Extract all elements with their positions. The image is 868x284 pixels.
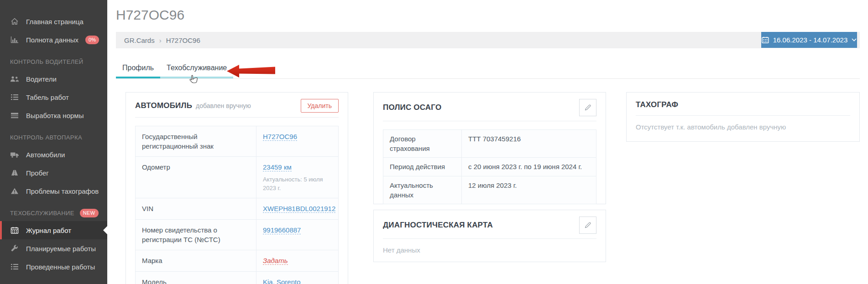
breadcrumb-root-link[interactable]: GR.Cards [124,36,155,44]
sidebar-section-fleet-control: КОНТРОЛЬ АВТОПАРКА [0,124,107,145]
row-label: Актуальность данных [383,176,462,204]
sidebar-section-drivers-control: КОНТРОЛЬ ВОДИТЕЛЕЙ [0,49,107,70]
odometer-note: Актуальность: 5 июля 2023 г. [263,176,332,193]
osago-card-title: ПОЛИС ОСАГО [383,103,441,112]
list-icon [10,93,19,101]
table-row: Модель Kia, Sorento (категория "B") [136,272,338,284]
tachograph-card: ТАХОГРАФ Отсутствует т.к. автомобиль доб… [626,92,860,142]
sidebar-item-label: Главная страница [26,18,84,26]
sidebar-item-work-journal[interactable]: Журнал работ [0,221,107,239]
new-badge: NEW [80,209,99,217]
row-label: Модель [136,272,256,284]
sidebar-section-label: КОНТРОЛЬ ВОДИТЕЛЕЙ [10,58,83,65]
row-label: Одометр [136,157,256,198]
calendar-small-icon [762,36,769,43]
delete-button[interactable]: Удалить [301,99,339,113]
table-row: Номер свидетельства о регистрации ТС (№С… [136,220,338,250]
reg-plate-link[interactable]: Н727ОС96 [263,133,297,141]
sts-number-link[interactable]: 9919660887 [263,226,301,234]
table-row: Период действия с 20 июня 2023 г. по 19 … [383,158,596,176]
row-value: с 20 июня 2023 г. по 19 июня 2024 г. [462,158,596,176]
tab-profile[interactable]: Профиль [116,64,160,79]
sidebar-item-mileage[interactable]: Пробег [0,164,107,182]
vin-link[interactable]: XWEPH81BDL0021912 [263,205,335,213]
sidebar-section-label: КОНТРОЛЬ АВТОПАРКА [10,134,82,141]
osago-edit-button[interactable] [579,99,596,116]
sidebar-item-data-completeness[interactable]: Полнота данных 0% [0,31,107,49]
diagnostic-empty-text: Нет данных [374,239,606,261]
home-icon [10,18,19,25]
wrench-icon [10,245,19,252]
app-root: Главная страница Полнота данных 0% КОНТР… [0,0,868,284]
calendar-icon [10,227,19,234]
table-row: Актуальность данных 12 июля 2023 г. [383,176,596,204]
vehicle-card-title: АВТОМОБИЛЬ [135,101,192,110]
sidebar-item-home[interactable]: Главная страница [0,12,107,31]
card-divider [383,121,596,121]
date-range-label: 16.06.2023 - 14.07.2023 [773,36,847,44]
diagnostic-card-header: ДИАГНОСТИЧЕСКАЯ КАРТА [374,210,606,238]
sidebar: Главная страница Полнота данных 0% КОНТР… [0,0,107,284]
pencil-icon [584,222,591,229]
vehicle-card-subtitle: добавлен вручную [196,102,251,109]
row-label: Договор страхования [383,130,462,157]
table-row: Государственный регистрационный знак Н72… [136,126,338,157]
annotation-arrow-icon [227,63,276,80]
row-label: Период действия [383,158,462,176]
breadcrumb-current: Н727ОС96 [166,36,200,44]
sidebar-item-planned-works[interactable]: Планируемые работы [0,239,107,258]
sidebar-item-label: Планируемые работы [26,245,96,253]
date-range-button[interactable]: 16.06.2023 - 14.07.2023 [761,32,857,48]
diagnostic-card: ДИАГНОСТИЧЕСКАЯ КАРТА Нет данных [373,210,606,262]
odometer-link[interactable]: 23459 км [263,163,292,171]
tab-label: Профиль [122,64,154,72]
table-row: Договор страхования ТТТ 7037459216 [383,130,596,158]
row-value: XWEPH81BDL0021912 [256,198,342,219]
vehicle-info-table: Государственный регистрационный знак Н72… [135,126,339,284]
sidebar-item-completed-works[interactable]: Проведенные работы [0,258,107,276]
completeness-badge: 0% [85,36,99,44]
breadcrumb-separator: › [159,36,162,44]
road-icon [10,169,19,176]
row-label: Государственный регистрационный знак [136,126,256,156]
row-label: Марка [136,250,256,271]
sidebar-section-label: ТЕХОБСЛУЖИВАНИЕ [10,210,74,217]
row-value: Kia, Sorento (категория "B") [256,272,338,284]
sidebar-item-drivers[interactable]: Водители [0,70,107,88]
card-divider [135,117,339,118]
osago-card: ПОЛИС ОСАГО Договор страхования ТТТ 7037… [373,92,606,204]
bar-chart-icon [10,36,19,43]
model-link[interactable]: Kia, Sorento (категория "B") [263,278,310,284]
tab-bar: Профиль Техобслуживание [116,64,233,79]
sidebar-item-label: Проблемы тахографов [26,187,99,195]
row-label: VIN [136,198,256,219]
table-row: Марка Задать [136,250,338,272]
sidebar-item-label: Автомобили [26,151,65,159]
table-row: Одометр 23459 км Актуальность: 5 июля 20… [136,157,338,198]
sidebar-item-vehicles[interactable]: Автомобили [0,145,107,164]
sidebar-item-label: Табель работ [26,93,69,101]
tab-label: Техобслуживание [167,64,227,72]
sidebar-item-label: Выработка нормы [26,112,84,119]
row-value: ТТТ 7037459216 [462,130,596,157]
sidebar-item-norm-output[interactable]: Выработка нормы [0,106,107,124]
tachograph-empty-text: Отсутствует т.к. автомобиль добавлен вру… [627,116,859,138]
sidebar-section-cutoff: КОНТРОЛЬ [0,276,107,284]
rows-icon [10,112,19,119]
sidebar-item-label: Водители [26,75,57,83]
row-value: Н727ОС96 [256,126,338,156]
sidebar-item-timesheet[interactable]: Табель работ [0,88,107,106]
diagnostic-card-title: ДИАГНОСТИЧЕСКАЯ КАРТА [383,221,493,230]
table-row: VIN XWEPH81BDL0021912 [136,198,338,220]
sidebar-item-label: Проведенные работы [26,263,95,271]
diagnostic-edit-button[interactable] [579,217,596,234]
sidebar-section-maintenance: ТЕХОБСЛУЖИВАНИЕ NEW [0,200,107,221]
tachograph-card-header: ТАХОГРАФ [627,93,859,115]
users-icon [10,75,19,83]
set-brand-action[interactable]: Задать [263,257,288,265]
osago-card-header: ПОЛИС ОСАГО [374,93,606,121]
osago-info-table: Договор страхования ТТТ 7037459216 Перио… [383,129,596,204]
tasks-icon [10,263,19,270]
page-title: Н727ОС96 [116,7,184,23]
sidebar-item-tachograph-problems[interactable]: Проблемы тахографов [0,182,107,200]
